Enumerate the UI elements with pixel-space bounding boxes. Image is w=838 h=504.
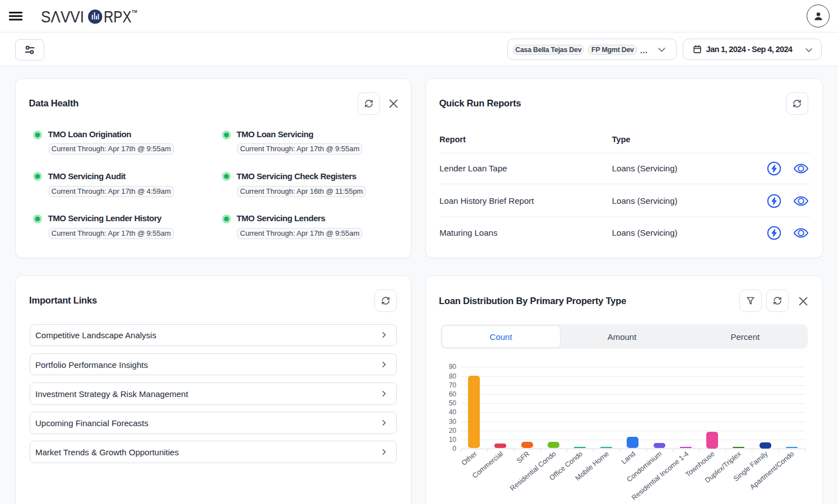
svg-text:TM: TM	[132, 10, 137, 13]
svg-text:SΛVVI: SΛVVI	[41, 7, 84, 26]
svg-text:RPX: RPX	[104, 7, 132, 26]
